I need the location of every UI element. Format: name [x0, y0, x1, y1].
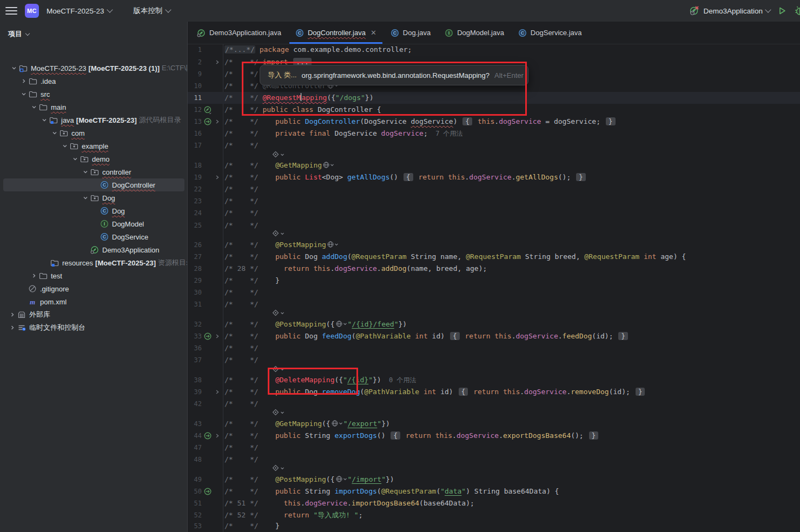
tree-item-com[interactable]: com: [0, 127, 188, 139]
debug-button[interactable]: [794, 5, 800, 16]
tree-item-dogcontroller[interactable]: CDogController: [0, 178, 188, 191]
class-file-icon: C: [518, 29, 527, 37]
tree-item-test[interactable]: test: [0, 269, 188, 282]
project-panel-title: 项目: [8, 29, 22, 39]
chevron-down-icon[interactable]: [50, 129, 59, 137]
project-root-icon: [18, 63, 28, 73]
chevron-right-icon[interactable]: [8, 323, 17, 332]
project-panel-header[interactable]: 项目: [0, 22, 187, 39]
folder-icon: [28, 89, 38, 99]
import-class-intention-popup[interactable]: 导入 类... org.springframework.web.bind.ann…: [260, 65, 528, 85]
fold-chevron-icon[interactable]: [214, 332, 222, 341]
intention-shortcut-hint: Alt+Enter: [494, 71, 524, 79]
chevron-right-icon[interactable]: [8, 310, 17, 319]
tab-dog-java[interactable]: CDog.java: [384, 22, 438, 44]
url-mapping-globe-icon[interactable]: [331, 420, 343, 427]
tab-demo3application-java[interactable]: Demo3Application.java: [190, 22, 288, 44]
spring-bean-gutter-icon[interactable]: [203, 105, 212, 114]
tab-dogcontroller-java[interactable]: CDogController.java✕: [288, 22, 384, 44]
tree-item-src[interactable]: src: [0, 88, 188, 101]
tree-item-dog[interactable]: CDog: [0, 204, 188, 217]
tree-item--[interactable]: 临时文件和控制台: [0, 321, 188, 334]
line-number: 37: [188, 354, 202, 366]
annotation-actions-icon[interactable]: [272, 365, 285, 373]
url-mapping-globe-icon[interactable]: [335, 475, 347, 483]
code-text: /* */: [224, 442, 259, 454]
tree-item-hint: 资源根目录: [158, 258, 188, 268]
url-mapping-globe-icon[interactable]: [327, 241, 339, 248]
annotation-actions-icon[interactable]: [272, 151, 285, 158]
tree-item-pom-xml[interactable]: mpom.xml: [0, 295, 188, 308]
tree-item-main[interactable]: main: [0, 101, 188, 114]
chevron-down-icon[interactable]: [81, 168, 90, 176]
spring-bean-gutter-icon[interactable]: [203, 487, 212, 496]
code-text: /* */: [224, 287, 259, 298]
run-button[interactable]: [777, 5, 788, 16]
line-number: 32: [188, 318, 202, 330]
url-mapping-globe-icon[interactable]: [322, 161, 334, 169]
code-text: /* */: [224, 342, 259, 354]
fold-chevron-icon[interactable]: [214, 117, 222, 126]
chevron-down-icon[interactable]: [81, 194, 90, 202]
tree-item-dogservice[interactable]: CDogService: [0, 230, 188, 243]
tab-dogmodel-java[interactable]: IDogModel.java: [438, 22, 511, 44]
tree-item--[interactable]: 外部库: [0, 308, 188, 321]
chevron-down-icon[interactable]: [19, 90, 28, 98]
line-number: 9: [188, 68, 202, 80]
code-line-37: 37/* */: [188, 354, 800, 366]
package-icon: [80, 154, 89, 164]
spring-bean-gutter-icon[interactable]: [203, 332, 212, 341]
project-name-label: MoeCTF-2025-23: [47, 7, 104, 15]
chevron-right-icon[interactable]: [30, 271, 38, 280]
tree-item-demo[interactable]: demo: [0, 152, 188, 165]
chevron-down-icon[interactable]: [61, 142, 69, 150]
code-line-38: 38/* */ @DeleteMapping({"/{id}"}) 0 个用法: [188, 374, 800, 386]
tab-dogservice-java[interactable]: CDogService.java: [511, 22, 589, 44]
code-text: /* */ @PostMapping({"/import"}): [224, 474, 394, 486]
tab-label: DogService.java: [531, 29, 582, 37]
gitignore-icon: [28, 284, 37, 294]
run-configuration-widget[interactable]: Demo3Application: [689, 5, 770, 17]
close-icon[interactable]: ✕: [371, 29, 376, 37]
intention-class-name: org.springframework.web.bind.annotation.…: [301, 71, 490, 79]
chevron-right-icon[interactable]: [19, 77, 28, 85]
url-mapping-globe-icon[interactable]: [335, 320, 347, 328]
spring-bean-gutter-icon[interactable]: [203, 117, 212, 126]
tree-item-controller[interactable]: controller: [0, 165, 188, 178]
fold-chevron-icon[interactable]: [214, 431, 222, 440]
project-name-widget[interactable]: MoeCTF-2025-23: [47, 7, 112, 15]
chevron-down-icon[interactable]: [10, 64, 18, 72]
fold-chevron-icon[interactable]: [214, 173, 222, 182]
annotation-actions-icon[interactable]: [272, 409, 285, 416]
line-number: 51: [188, 497, 202, 509]
code-line-47: 47/* */: [188, 442, 800, 454]
tree-item-dogmodel[interactable]: IDogModel: [0, 217, 188, 230]
main-menu-icon[interactable]: [5, 7, 17, 15]
code-text: /* */: [224, 183, 259, 195]
ide-window: { "topbar":{ "logo":"MC", "project_name"…: [0, 0, 800, 532]
tree-item-java[interactable]: java [MoeCTF-2025-23] 源代码根目录: [0, 114, 188, 127]
annotation-actions-icon[interactable]: [272, 464, 285, 471]
tree-item-resources[interactable]: resources [MoeCTF-2025-23] 资源根目录: [0, 256, 188, 269]
annotation-actions-icon[interactable]: [272, 309, 285, 316]
tree-item-demo3application[interactable]: Demo3Application: [0, 243, 188, 256]
annotation-actions-icon[interactable]: [272, 230, 285, 237]
chevron-down-icon[interactable]: [71, 155, 80, 163]
chevron-down-icon: [25, 31, 30, 36]
fold-chevron-icon[interactable]: [214, 388, 222, 396]
code-text: /* 51 */ this.dogService.importDogsBase6…: [224, 497, 474, 509]
package-icon: [90, 193, 100, 203]
tree-item--gitignore[interactable]: .gitignore: [0, 282, 188, 295]
fold-chevron-icon[interactable]: [214, 58, 222, 66]
tree-item-dog[interactable]: Dog: [0, 191, 188, 204]
chevron-down-icon[interactable]: [40, 116, 49, 124]
inlay-hint-row: [188, 408, 800, 418]
vcs-widget[interactable]: 版本控制: [134, 6, 170, 16]
chevron-down-icon: [107, 6, 113, 12]
spring-bean-gutter-icon[interactable]: [203, 431, 212, 440]
code-editor[interactable]: 1/*...*/ package com.example.demo.contro…: [188, 44, 800, 532]
tree-item--idea[interactable]: .idea: [0, 75, 188, 88]
chevron-down-icon[interactable]: [30, 103, 38, 111]
tree-item-moectf-2025-23[interactable]: MoeCTF-2025-23 [MoeCTF-2025-23 (1)] E:\C…: [0, 62, 188, 75]
tree-item-example[interactable]: example: [0, 139, 188, 152]
